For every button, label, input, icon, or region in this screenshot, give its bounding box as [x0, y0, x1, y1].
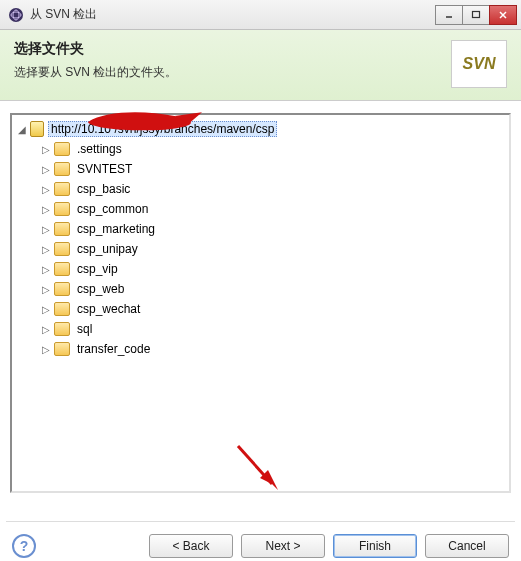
tree-item[interactable]: ▷csp_wechat: [16, 299, 505, 319]
folder-icon: [54, 142, 70, 156]
expand-icon[interactable]: ▷: [40, 244, 52, 255]
tree-item-label: csp_wechat: [74, 301, 143, 317]
expand-icon[interactable]: ▷: [40, 324, 52, 335]
tree-item-label: csp_web: [74, 281, 127, 297]
page-subtitle: 选择要从 SVN 检出的文件夹。: [14, 64, 177, 81]
tree-item[interactable]: ▷csp_common: [16, 199, 505, 219]
tree-item-label: .settings: [74, 141, 125, 157]
tree-item[interactable]: ▷csp_unipay: [16, 239, 505, 259]
tree-item-label: SVNTEST: [74, 161, 135, 177]
expand-icon[interactable]: ▷: [40, 224, 52, 235]
tree-item-label: csp_vip: [74, 261, 121, 277]
expand-icon[interactable]: ▷: [40, 284, 52, 295]
tree-item-label: csp_common: [74, 201, 151, 217]
tree-root-label: http://10.10 /svn/jssy/branches/maven/cs…: [48, 121, 277, 137]
folder-icon: [54, 202, 70, 216]
next-button[interactable]: Next >: [241, 534, 325, 558]
folder-icon: [54, 262, 70, 276]
close-button[interactable]: [489, 5, 517, 25]
eclipse-icon: [8, 7, 24, 23]
folder-icon: [54, 302, 70, 316]
tree-item[interactable]: ▷csp_web: [16, 279, 505, 299]
help-button[interactable]: ?: [12, 534, 36, 558]
tree-item-label: transfer_code: [74, 341, 153, 357]
expand-icon[interactable]: ▷: [40, 164, 52, 175]
button-bar: ? < Back Next > Finish Cancel: [0, 522, 521, 561]
tree-item[interactable]: ▷csp_basic: [16, 179, 505, 199]
maximize-button[interactable]: [462, 5, 490, 25]
tree-root[interactable]: ◢ http://10.10 /svn/jssy/branches/maven/…: [16, 119, 505, 139]
folder-icon: [54, 182, 70, 196]
minimize-button[interactable]: [435, 5, 463, 25]
svn-logo: SVN: [451, 40, 507, 88]
expand-icon[interactable]: ▷: [40, 344, 52, 355]
folder-icon: [54, 222, 70, 236]
window-title: 从 SVN 检出: [30, 6, 436, 23]
tree-item[interactable]: ▷csp_vip: [16, 259, 505, 279]
window-controls: [436, 5, 517, 25]
expand-icon[interactable]: ◢: [16, 124, 28, 135]
tree-item-label: csp_basic: [74, 181, 133, 197]
tree-item[interactable]: ▷transfer_code: [16, 339, 505, 359]
page-title: 选择文件夹: [14, 40, 177, 58]
expand-icon[interactable]: ▷: [40, 184, 52, 195]
finish-button[interactable]: Finish: [333, 534, 417, 558]
repository-icon: [30, 121, 44, 137]
tree-item[interactable]: ▷SVNTEST: [16, 159, 505, 179]
expand-icon[interactable]: ▷: [40, 264, 52, 275]
expand-icon[interactable]: ▷: [40, 144, 52, 155]
expand-icon[interactable]: ▷: [40, 204, 52, 215]
tree-item[interactable]: ▷.settings: [16, 139, 505, 159]
folder-icon: [54, 242, 70, 256]
folder-icon: [54, 322, 70, 336]
folder-tree[interactable]: ◢ http://10.10 /svn/jssy/branches/maven/…: [10, 113, 511, 493]
wizard-header: 选择文件夹 选择要从 SVN 检出的文件夹。 SVN: [0, 30, 521, 101]
back-button[interactable]: < Back: [149, 534, 233, 558]
folder-icon: [54, 282, 70, 296]
folder-icon: [54, 162, 70, 176]
folder-icon: [54, 342, 70, 356]
tree-item-label: csp_unipay: [74, 241, 141, 257]
svg-rect-4: [473, 11, 480, 17]
tree-item-label: csp_marketing: [74, 221, 158, 237]
tree-item-label: sql: [74, 321, 95, 337]
titlebar: 从 SVN 检出: [0, 0, 521, 30]
tree-item[interactable]: ▷sql: [16, 319, 505, 339]
tree-item[interactable]: ▷csp_marketing: [16, 219, 505, 239]
cancel-button[interactable]: Cancel: [425, 534, 509, 558]
content-area: ◢ http://10.10 /svn/jssy/branches/maven/…: [0, 101, 521, 521]
expand-icon[interactable]: ▷: [40, 304, 52, 315]
